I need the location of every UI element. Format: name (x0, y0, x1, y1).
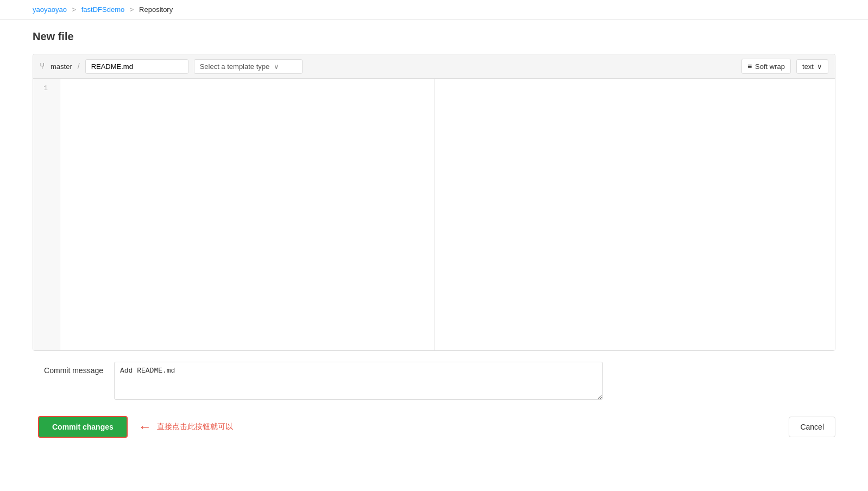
editor-container: ⑂ master / Select a template type ∨ ≡ So… (33, 54, 835, 351)
editor-toolbar: ⑂ master / Select a template type ∨ ≡ So… (33, 54, 835, 79)
page-title: New file (33, 30, 835, 43)
actions-row: Commit changes ← 直接点击此按钮就可以 Cancel (33, 411, 835, 443)
annotation-arrow: ← 直接点击此按钮就可以 (139, 419, 233, 435)
editor-right-pane (435, 79, 835, 350)
commit-message-label: Commit message (33, 362, 103, 375)
editor-body: 1 (33, 79, 835, 350)
text-mode-select[interactable]: text ∨ (796, 59, 828, 74)
soft-wrap-button[interactable]: ≡ Soft wrap (741, 59, 791, 74)
branch-icon: ⑂ (40, 61, 45, 71)
arrow-left-icon: ← (139, 419, 152, 435)
path-separator: / (78, 62, 80, 71)
commit-section: Commit message Add README.md Commit chan… (33, 362, 835, 443)
chevron-down-icon: ∨ (274, 62, 279, 71)
breadcrumb-current: Repository (139, 5, 173, 14)
line-numbers: 1 (33, 79, 60, 350)
editor-textarea[interactable] (60, 79, 434, 350)
wrap-icon: ≡ (747, 62, 752, 71)
soft-wrap-label: Soft wrap (755, 62, 785, 71)
commit-message-textarea[interactable]: Add README.md (114, 362, 603, 400)
line-number-1: 1 (33, 83, 53, 94)
main-content: New file ⑂ master / Select a template ty… (0, 20, 868, 454)
breadcrumb-separator-1: > (72, 5, 78, 14)
cancel-button[interactable]: Cancel (789, 417, 835, 437)
commit-message-row: Commit message Add README.md (33, 362, 835, 400)
template-type-label: Select a template type (200, 62, 270, 71)
template-type-select[interactable]: Select a template type ∨ (194, 59, 303, 74)
commit-changes-button[interactable]: Commit changes (38, 416, 128, 438)
breadcrumb: yaoyaoyao > fastDFSdemo > Repository (0, 0, 868, 20)
annotation-text: 直接点击此按钮就可以 (157, 422, 233, 432)
editor-left-pane: 1 (33, 79, 435, 350)
branch-name: master (51, 62, 72, 71)
filename-input[interactable] (85, 59, 188, 74)
toolbar-right: ≡ Soft wrap text ∨ (741, 59, 828, 74)
text-mode-chevron-icon: ∨ (817, 62, 822, 71)
breadcrumb-link-repo[interactable]: fastDFSdemo (81, 5, 124, 14)
breadcrumb-link-user[interactable]: yaoyaoyao (33, 5, 67, 14)
text-mode-label: text (802, 62, 814, 71)
breadcrumb-separator-2: > (130, 5, 136, 14)
